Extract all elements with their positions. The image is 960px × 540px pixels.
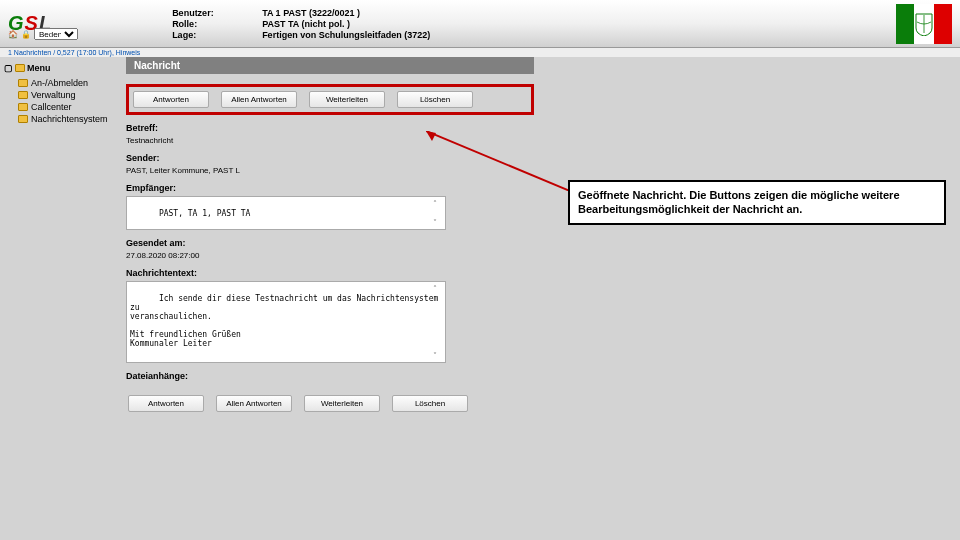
message-panel: Nachricht Antworten Allen Antworten Weit…: [120, 57, 540, 537]
reply-button[interactable]: Antworten: [133, 91, 209, 108]
panel-title: Nachricht: [126, 57, 534, 74]
forward-button[interactable]: Weiterleiten: [304, 395, 380, 412]
delete-button[interactable]: Löschen: [397, 91, 473, 108]
scrollbar[interactable]: ˄˅: [433, 199, 443, 227]
folder-icon: [18, 115, 28, 123]
sender-value: PAST, Leiter Kommune, PAST L: [126, 166, 534, 175]
sent-at-label: Gesendet am:: [126, 238, 534, 248]
button-row-bottom: Antworten Allen Antworten Weiterleiten L…: [126, 393, 534, 414]
folder-icon: [18, 79, 28, 87]
header-toolbar: 🏠 🔒 Beden: [8, 28, 78, 40]
header-info: Benutzer: TA 1 PAST (3222/0021 ) Rolle: …: [172, 8, 430, 40]
sidebar: ▢ Menu An-/Abmelden Verwaltung Callcente…: [0, 57, 120, 537]
reply-all-button[interactable]: Allen Antworten: [221, 91, 297, 108]
sidebar-item-nachrichten[interactable]: Nachrichtensystem: [4, 113, 116, 125]
lock-icon[interactable]: 🔒: [21, 29, 31, 39]
role-value: PAST TA (nicht pol. ): [262, 19, 430, 29]
status-line: 1 Nachrichten / 0,527 (17:00 Uhr), Hinwe…: [0, 48, 960, 57]
app-header: GSL 🏠 🔒 Beden Benutzer: TA 1 PAST (3222/…: [0, 0, 960, 48]
delete-button[interactable]: Löschen: [392, 395, 468, 412]
callout-box: Geöffnete Nachricht. Die Buttons zeigen …: [568, 180, 946, 225]
sidebar-item-anmelden[interactable]: An-/Abmelden: [4, 77, 116, 89]
button-row-top: Antworten Allen Antworten Weiterleiten L…: [126, 84, 534, 115]
sidebar-item-callcenter[interactable]: Callcenter: [4, 101, 116, 113]
main-area: ▢ Menu An-/Abmelden Verwaltung Callcente…: [0, 57, 960, 537]
folder-icon: [15, 64, 25, 72]
scrollbar[interactable]: ˄˅: [433, 284, 443, 360]
home-icon[interactable]: 🏠: [8, 29, 18, 39]
tree-root[interactable]: ▢ Menu: [4, 63, 116, 73]
forward-button[interactable]: Weiterleiten: [309, 91, 385, 108]
minus-icon: ▢: [4, 63, 13, 73]
reply-all-button[interactable]: Allen Antworten: [216, 395, 292, 412]
sidebar-item-verwaltung[interactable]: Verwaltung: [4, 89, 116, 101]
user-label: Benutzer:: [172, 8, 252, 18]
folder-icon: [18, 91, 28, 99]
role-label: Rolle:: [172, 19, 252, 29]
recipients-box[interactable]: PAST, TA 1, PAST TA ˄˅: [126, 196, 446, 230]
sidebar-item-label: Nachrichtensystem: [31, 114, 108, 124]
header-select[interactable]: Beden: [34, 28, 78, 40]
subject-label: Betreff:: [126, 123, 534, 133]
attachments-label: Dateianhänge:: [126, 371, 534, 381]
user-value: TA 1 PAST (3222/0021 ): [262, 8, 430, 18]
reply-button[interactable]: Antworten: [128, 395, 204, 412]
sidebar-item-label: An-/Abmelden: [31, 78, 88, 88]
tree-root-label: Menu: [27, 63, 51, 73]
body-box[interactable]: Ich sende dir diese Testnachricht um das…: [126, 281, 446, 363]
lage-label: Lage:: [172, 30, 252, 40]
body-value: Ich sende dir diese Testnachricht um das…: [130, 294, 443, 348]
sent-at-value: 27.08.2020 08:27:00: [126, 251, 534, 260]
sender-label: Sender:: [126, 153, 534, 163]
folder-icon: [18, 103, 28, 111]
sidebar-item-label: Callcenter: [31, 102, 72, 112]
recipients-value: PAST, TA 1, PAST TA: [159, 209, 251, 218]
sidebar-item-label: Verwaltung: [31, 90, 76, 100]
state-crest: [896, 4, 952, 44]
subject-value: Testnachricht: [126, 136, 534, 145]
body-label: Nachrichtentext:: [126, 268, 534, 278]
lage-value: Fertigen von Schulungsleitfaden (3722): [262, 30, 430, 40]
recipients-label: Empfänger:: [126, 183, 534, 193]
